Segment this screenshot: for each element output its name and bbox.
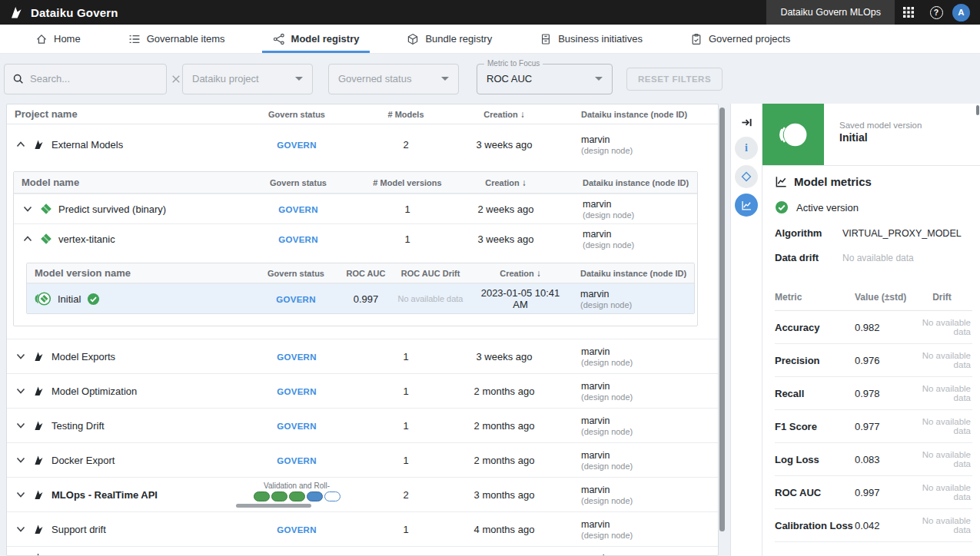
workspace-switcher-button[interactable]: Dataiku Govern MLOps bbox=[766, 0, 895, 25]
data-drift-label: Data drift bbox=[775, 252, 842, 263]
metric-focus-value: ROC AUC bbox=[487, 73, 595, 84]
metric-drift: No available data bbox=[912, 351, 972, 369]
model-metrics-title: Model metrics bbox=[775, 175, 972, 188]
version-table-card: Model version name Govern status ROC AUC… bbox=[26, 263, 695, 314]
model-row-vertex-titanic[interactable]: vertex-titanic GOVERN 1 3 weeks ago marv… bbox=[14, 223, 697, 253]
metric-value: 0.976 bbox=[855, 355, 912, 366]
project-row-testing-drift[interactable]: Testing Drift GOVERN 1 2 months ago marv… bbox=[7, 408, 718, 442]
version-row-initial[interactable]: Initial GOVERN 0.997 No available data 2… bbox=[27, 283, 694, 313]
chevron-down-icon[interactable] bbox=[15, 551, 27, 556]
project-name: MLOps - RealTime API bbox=[51, 489, 158, 501]
project-row-external-models[interactable]: External Models GOVERN 2 3 weeks ago mar… bbox=[7, 124, 718, 164]
govern-status-link[interactable]: GOVERN bbox=[277, 456, 317, 465]
apps-grid-icon bbox=[902, 6, 915, 18]
chevron-down-icon[interactable] bbox=[22, 203, 34, 215]
project-table-card: Project name Govern status # Models Crea… bbox=[6, 104, 719, 556]
model-version-tab-button[interactable] bbox=[735, 165, 758, 188]
sort-desc-icon: ↓ bbox=[520, 109, 525, 120]
tab-bundle-registry[interactable]: Bundle registry bbox=[402, 25, 497, 53]
progress-segment-done bbox=[271, 491, 287, 501]
project-row-mlops-realtime-api[interactable]: MLOps - RealTime API Validation and Roll… bbox=[7, 477, 718, 511]
content-area: Project name Govern status # Models Crea… bbox=[0, 104, 980, 556]
col-version-count: # Model versions bbox=[359, 178, 456, 187]
roc-auc-drift-value: No available data bbox=[387, 294, 473, 303]
data-drift-row: Data drift No available data bbox=[775, 252, 972, 263]
chevron-down-icon[interactable] bbox=[15, 385, 27, 397]
apps-grid-button[interactable] bbox=[895, 0, 922, 25]
chevron-down-icon bbox=[441, 77, 449, 81]
col-creation[interactable]: Creation↓ bbox=[473, 268, 567, 279]
info-tab-button[interactable]: i bbox=[735, 137, 758, 160]
user-avatar[interactable]: A bbox=[952, 4, 970, 22]
collapse-panel-button[interactable] bbox=[735, 113, 758, 131]
chevron-down-icon[interactable] bbox=[15, 523, 27, 535]
project-icon bbox=[33, 551, 45, 556]
chevron-up-icon[interactable] bbox=[22, 233, 34, 245]
progress-segment-done bbox=[289, 491, 305, 501]
hierarchy-icon bbox=[273, 33, 285, 45]
help-button[interactable]: ? bbox=[922, 0, 950, 25]
metric-drift: No available data bbox=[912, 318, 972, 336]
list-icon bbox=[128, 33, 141, 45]
metric-focus-select[interactable]: Metric to Focus ROC AUC bbox=[477, 64, 613, 94]
tab-business-initiatives[interactable]: Business initiatives bbox=[535, 25, 647, 53]
project-filter-select[interactable]: Dataiku project bbox=[182, 64, 313, 94]
col-creation-label: Creation bbox=[485, 178, 520, 187]
reset-filters-button[interactable]: RESET FILTERS bbox=[626, 68, 723, 91]
model-row-predict-survived[interactable]: Predict survived (binary) GOVERN 1 2 wee… bbox=[14, 194, 697, 223]
model-version-icon bbox=[35, 291, 51, 306]
chevron-up-icon[interactable] bbox=[15, 138, 27, 151]
govern-status-link[interactable]: GOVERN bbox=[278, 235, 318, 244]
creation-value: 4 months ago bbox=[454, 524, 554, 535]
instance-name: marvin bbox=[583, 229, 697, 240]
tab-governable-items[interactable]: Governable items bbox=[124, 25, 230, 53]
chevron-down-icon[interactable] bbox=[15, 454, 27, 466]
metrics-table: Metric Value (±std) Drift Accuracy 0.982… bbox=[775, 283, 972, 542]
project-row-model-exports[interactable]: Model Exports GOVERN 1 3 weeks ago marvi… bbox=[7, 339, 718, 373]
model-metrics-title-label: Model metrics bbox=[794, 175, 872, 188]
tab-governed-projects[interactable]: Governed projects bbox=[686, 25, 795, 53]
status-filter-select[interactable]: Governed status bbox=[328, 64, 459, 94]
project-row-partial[interactable]: marvin bbox=[7, 546, 718, 556]
govern-status-link[interactable]: GOVERN bbox=[278, 205, 318, 214]
tab-model-registry[interactable]: Model registry bbox=[268, 25, 364, 53]
govern-status-link[interactable]: GOVERN bbox=[277, 387, 317, 396]
project-name: Docker Export bbox=[51, 455, 115, 466]
project-icon bbox=[33, 419, 45, 432]
instance-node-type: (design node) bbox=[583, 240, 697, 250]
table-scrollbar-thumb[interactable] bbox=[719, 108, 725, 531]
project-row-docker-export[interactable]: Docker Export GOVERN 1 2 months ago marv… bbox=[7, 442, 718, 477]
chevron-down-icon[interactable] bbox=[15, 488, 27, 501]
creation-value: 3 months ago bbox=[454, 489, 554, 501]
cube-icon bbox=[407, 33, 419, 45]
govern-status-link[interactable]: GOVERN bbox=[277, 525, 317, 534]
filter-bar: Dataiku project Governed status Metric t… bbox=[0, 54, 980, 104]
home-icon bbox=[35, 33, 48, 45]
tab-home[interactable]: Home bbox=[31, 25, 85, 53]
workflow-progress-track bbox=[236, 504, 311, 508]
instance-name: marvin bbox=[581, 485, 718, 495]
creation-value: 2023-01-05 10:41 AM bbox=[473, 287, 567, 310]
chevron-down-icon[interactable] bbox=[15, 419, 27, 432]
metrics-tab-button[interactable] bbox=[735, 194, 758, 217]
panel-scrollbar-thumb[interactable] bbox=[976, 105, 979, 115]
govern-status-link[interactable]: GOVERN bbox=[276, 295, 316, 304]
project-rows-section: Model Exports GOVERN 1 3 weeks ago marvi… bbox=[7, 339, 718, 556]
dataiku-bird-logo-icon bbox=[9, 5, 25, 20]
project-row-model-optimization[interactable]: Model Optimization GOVERN 1 2 months ago… bbox=[7, 373, 718, 408]
search-input[interactable] bbox=[30, 73, 165, 84]
col-creation[interactable]: Creation↓ bbox=[454, 109, 554, 120]
instance-name: marvin bbox=[583, 199, 697, 210]
chevron-down-icon[interactable] bbox=[15, 350, 27, 362]
clear-search-icon[interactable] bbox=[171, 74, 181, 84]
govern-status-link[interactable]: GOVERN bbox=[277, 141, 317, 150]
govern-status-link[interactable]: GOVERN bbox=[277, 422, 317, 431]
col-creation[interactable]: Creation↓ bbox=[456, 177, 556, 188]
clipboard-icon bbox=[690, 33, 703, 45]
active-check-icon bbox=[775, 200, 789, 214]
govern-status-link[interactable]: GOVERN bbox=[277, 352, 317, 362]
project-row-support-drift[interactable]: Support drift GOVERN 1 4 months ago marv… bbox=[7, 511, 718, 546]
col-creation-label: Creation bbox=[500, 269, 534, 278]
tab-governable-items-label: Governable items bbox=[147, 33, 225, 45]
tab-governed-projects-label: Governed projects bbox=[709, 33, 790, 45]
